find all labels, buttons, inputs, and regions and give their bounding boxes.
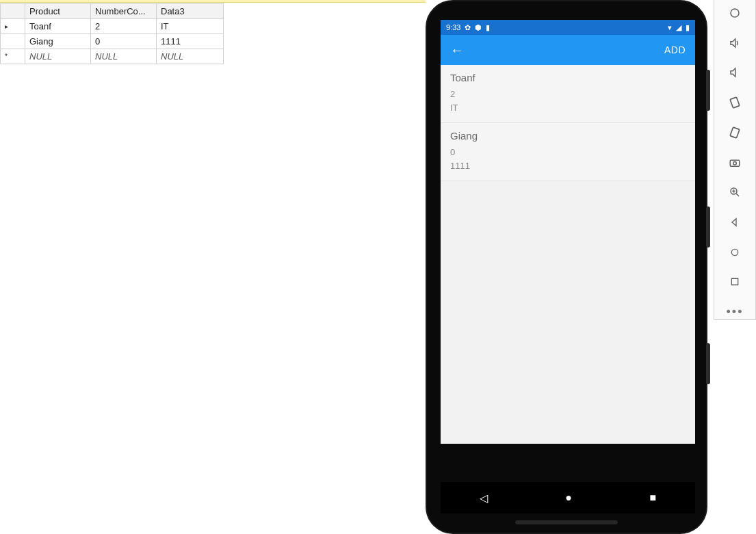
cell-product[interactable]: NULL — [25, 49, 91, 64]
overview-icon[interactable] — [727, 275, 743, 290]
cell-number[interactable]: 2 — [91, 19, 157, 34]
list-item-line1: 0 — [450, 146, 686, 159]
android-status-bar: 9:33 ✿ ⬢ ▮ ▾ ◢ ▮ — [441, 20, 695, 35]
cell-product[interactable]: Giang — [25, 34, 91, 49]
nav-recent-icon[interactable]: ■ — [650, 492, 657, 504]
header-row: Product NumberCo... Data3 — [1, 4, 224, 19]
wifi-icon: ▾ — [668, 23, 672, 32]
svg-rect-2 — [730, 127, 740, 138]
app-bar: ← ADD — [441, 35, 695, 65]
svg-point-9 — [731, 249, 738, 255]
back-icon[interactable] — [727, 215, 743, 230]
cell-data3[interactable]: IT — [157, 19, 224, 34]
volume-up-icon[interactable] — [727, 36, 743, 51]
records-list[interactable]: Toanf 2 IT Giang 0 1111 — [441, 65, 695, 181]
nav-back-icon[interactable]: ◁ — [480, 492, 488, 505]
signal-icon: ◢ — [676, 23, 681, 32]
home-icon[interactable] — [727, 245, 743, 260]
status-time: 9:33 — [446, 23, 460, 31]
device-side-button — [706, 206, 710, 248]
row-marker — [1, 34, 25, 49]
cell-data3[interactable]: NULL — [157, 49, 224, 64]
device-screen[interactable]: 9:33 ✿ ⬢ ▮ ▾ ◢ ▮ ← ADD Toanf 2 IT Giang — [441, 20, 695, 444]
list-item-line2: 1111 — [450, 159, 686, 173]
row-marker: ▸ — [1, 19, 25, 34]
emulator-device-frame: 9:33 ✿ ⬢ ▮ ▾ ◢ ▮ ← ADD Toanf 2 IT Giang — [426, 0, 707, 534]
list-item-title: Giang — [450, 130, 686, 142]
battery-icon: ▮ — [686, 23, 690, 32]
svg-rect-3 — [730, 160, 740, 166]
emulator-toolbar: ••• — [714, 0, 756, 320]
zoom-in-icon[interactable] — [727, 185, 743, 200]
camera-icon[interactable] — [727, 155, 743, 170]
sim-icon: ▮ — [486, 23, 490, 32]
list-item[interactable]: Giang 0 1111 — [441, 123, 695, 181]
svg-rect-10 — [731, 279, 738, 285]
volume-down-icon[interactable] — [727, 65, 743, 80]
svg-point-0 — [731, 9, 739, 17]
list-item[interactable]: Toanf 2 IT — [441, 65, 695, 123]
col-header-product[interactable]: Product — [25, 4, 91, 19]
more-icon[interactable]: ••• — [727, 304, 743, 319]
list-item-title: Toanf — [450, 72, 686, 83]
row-selector-header — [1, 4, 25, 19]
nav-home-icon[interactable]: ● — [565, 492, 572, 504]
cell-number[interactable]: 0 — [91, 34, 157, 49]
col-header-data3[interactable]: Data3 — [157, 4, 224, 19]
table-row[interactable]: Giang 0 1111 — [1, 34, 224, 49]
list-item-line2: IT — [450, 101, 686, 115]
svg-line-6 — [736, 194, 739, 197]
device-side-button — [706, 70, 710, 111]
gear-icon: ✿ — [465, 23, 471, 32]
android-nav-bar: ◁ ● ■ — [441, 482, 695, 513]
rotate-left-icon[interactable] — [727, 95, 743, 110]
db-results-grid[interactable]: Product NumberCo... Data3 ▸ Toanf 2 IT G… — [0, 3, 224, 64]
svg-point-4 — [733, 161, 737, 165]
shield-icon: ⬢ — [475, 23, 482, 32]
cell-product[interactable]: Toanf — [25, 19, 91, 34]
power-icon[interactable] — [727, 5, 743, 21]
top-highlight-strip — [0, 0, 426, 3]
table-row-new[interactable]: * NULL NULL NULL — [1, 49, 224, 64]
device-speaker-grill — [515, 520, 618, 524]
back-arrow-icon[interactable]: ← — [450, 43, 464, 57]
svg-rect-1 — [730, 97, 740, 108]
list-item-line1: 2 — [450, 88, 686, 101]
add-button[interactable]: ADD — [664, 44, 686, 55]
table-row[interactable]: ▸ Toanf 2 IT — [1, 19, 224, 34]
cell-data3[interactable]: 1111 — [157, 34, 224, 49]
device-side-button — [706, 343, 710, 384]
row-marker: * — [1, 49, 25, 64]
rotate-right-icon[interactable] — [727, 125, 743, 140]
cell-number[interactable]: NULL — [91, 49, 157, 64]
col-header-number[interactable]: NumberCo... — [91, 4, 157, 19]
